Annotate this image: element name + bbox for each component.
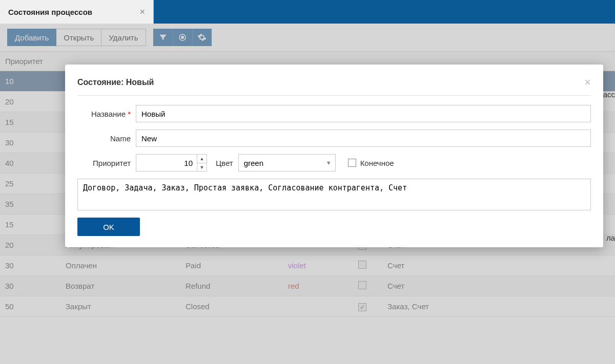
spin-buttons: ▲ ▼ [197, 154, 207, 172]
nazvanie-input[interactable] [136, 105, 591, 122]
close-icon[interactable]: × [584, 76, 591, 89]
row-nazvanie: Название * [77, 105, 591, 122]
priority-input[interactable] [136, 154, 197, 172]
color-input[interactable] [238, 154, 336, 172]
offscreen-fragment: асс [603, 90, 615, 99]
label-priority: Приоритет [77, 159, 131, 167]
close-icon[interactable]: × [139, 7, 145, 17]
final-checkbox-wrap[interactable]: Конечное [348, 159, 394, 167]
row-classes [77, 179, 591, 210]
name-input[interactable] [136, 130, 591, 147]
spin-down-icon[interactable]: ▼ [197, 163, 207, 171]
ok-button[interactable]: OK [77, 218, 140, 236]
final-checkbox[interactable] [348, 159, 356, 167]
label-name: Name [77, 134, 131, 143]
dialog-header: Состояние: Новый × [77, 76, 591, 96]
topbar: Состояния процессов × [0, 0, 615, 24]
dialog-title: Состояние: Новый [77, 78, 154, 87]
offscreen-fragment: ла [606, 233, 615, 242]
tab-title: Состояния процессов [8, 8, 133, 16]
label-nazvanie: Название * [77, 110, 131, 118]
priority-stepper[interactable]: ▲ ▼ [136, 154, 208, 172]
label-final: Конечное [360, 159, 394, 167]
label-color: Цвет [216, 159, 233, 167]
row-priority-color: Приоритет ▲ ▼ Цвет ▼ Конечное [77, 154, 591, 172]
row-actions: OK [77, 218, 591, 236]
required-icon: * [128, 110, 131, 118]
label-text: Название [91, 110, 126, 118]
tab-process-states[interactable]: Состояния процессов × [0, 0, 154, 24]
classes-textarea[interactable] [77, 179, 591, 210]
spin-up-icon[interactable]: ▲ [197, 155, 207, 163]
row-name: Name [77, 130, 591, 147]
edit-state-dialog: Состояние: Новый × Название * Name Приор… [65, 65, 603, 247]
color-select[interactable]: ▼ [238, 154, 336, 172]
